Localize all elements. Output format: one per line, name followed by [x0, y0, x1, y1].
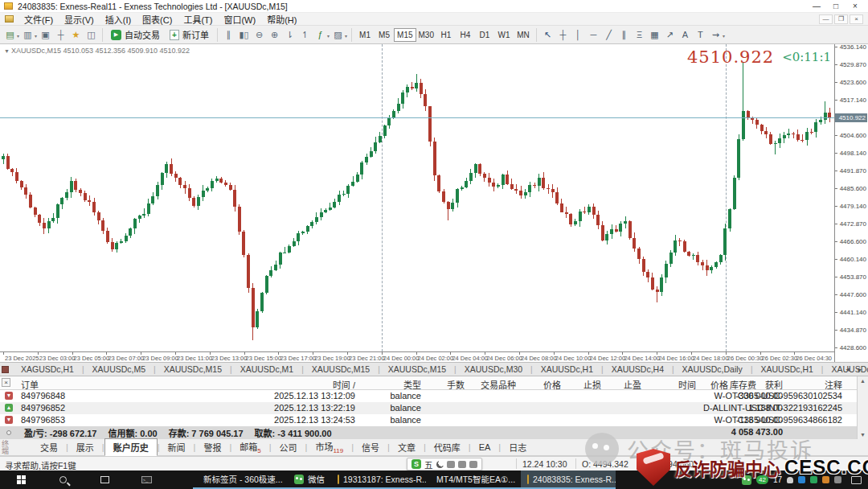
new-chart-icon[interactable]: ▤ [3, 28, 17, 42]
minimize-button[interactable]: — [807, 0, 826, 12]
menu-item[interactable]: 图表(C) [137, 13, 178, 26]
menu-item[interactable]: 窗口(W) [218, 13, 261, 26]
wechat-tray-icon[interactable] [742, 475, 751, 485]
chart-tab[interactable]: XAUUSDc,M5 [84, 364, 154, 376]
dropdown-caret-icon[interactable]: ▾ [345, 34, 347, 39]
favorites-icon[interactable]: ★ [69, 28, 83, 42]
timeframe-m5[interactable]: M5 [375, 28, 394, 42]
cursor-icon[interactable]: ↖ [541, 28, 555, 42]
maximize-button[interactable]: □ [826, 0, 845, 12]
chart-tab[interactable]: XAGUSDc,H1 [13, 364, 82, 376]
new-order-button[interactable]: + 新订单 [165, 27, 214, 43]
profiles-icon[interactable]: ▥ [21, 28, 35, 42]
label-tool-icon[interactable]: T [694, 27, 707, 41]
crosshair-move-icon[interactable]: ┼ [54, 27, 68, 41]
dropdown-caret-icon[interactable]: ▾ [723, 34, 725, 39]
terminal-tab-信号[interactable]: 信号 [354, 439, 387, 455]
taskbar-app-button[interactable]: 微信 [288, 471, 331, 489]
history-row[interactable]: ▼8497968532025.12.13 13:24:53balance-113… [0, 414, 857, 426]
close-button[interactable]: × [845, 0, 865, 12]
terminal-tab-市场[interactable]: 市场119 [307, 438, 351, 456]
notification-center-icon[interactable] [851, 476, 862, 484]
chart-tab[interactable]: XAUUSDc,M30 [457, 364, 530, 376]
menu-item[interactable]: 工具(T) [178, 13, 218, 26]
timeframe-w1[interactable]: W1 [494, 28, 514, 42]
tray-app-icon[interactable] [810, 476, 817, 483]
ime-mode-label[interactable]: 五 [424, 458, 433, 471]
timeframe-m30[interactable]: M30 [416, 28, 436, 42]
horizontal-line-icon[interactable]: ─ [587, 27, 600, 41]
ime-keyboard-icon[interactable] [447, 461, 455, 468]
chart-tab[interactable]: XAUUSDc,M15 [380, 364, 454, 376]
timeframe-m15[interactable]: M15 [394, 28, 416, 42]
history-row[interactable]: ▼8497968482025.12.13 13:12:09balance-300… [0, 390, 857, 402]
candlestick-plot[interactable]: ▼ XAUUSDc,M15 4510.053 4512.356 4509.910… [0, 44, 834, 351]
timeframe-h4[interactable]: H4 [456, 28, 475, 42]
column-header[interactable]: 库存费 [730, 378, 756, 391]
terminal-tab-EA[interactable]: EA [471, 441, 499, 454]
templates-icon[interactable]: ▨ [331, 28, 345, 42]
menu-item[interactable]: 显示(V) [59, 13, 100, 26]
taskbar-app-button[interactable]: 新标签页 - 360极速... [193, 471, 288, 489]
terminal-close-icon[interactable]: × [2, 378, 10, 387]
terminal-tab-公司[interactable]: 公司 [272, 439, 305, 455]
vertical-line-icon[interactable]: │ [571, 27, 585, 41]
terminal-tab-文章[interactable]: 文章 [390, 439, 424, 455]
dropdown-caret-icon[interactable]: ▾ [35, 34, 37, 39]
ime-user-icon[interactable] [458, 461, 466, 468]
menu-item[interactable]: 插入(I) [100, 13, 137, 26]
task-view-button[interactable] [84, 471, 125, 489]
chart-tab[interactable]: XAUUSDc,H1 [752, 364, 821, 376]
child-close-button[interactable]: × [850, 14, 863, 24]
dropdown-caret-icon[interactable]: ▾ [17, 34, 19, 39]
ime-logo-icon[interactable]: S [411, 459, 421, 469]
price-axis[interactable]: 4536.1404529.8704523.6004517.1404504.600… [834, 44, 868, 362]
timeframe-d1[interactable]: D1 [475, 28, 494, 42]
chart-tab[interactable]: XAUUSDc,H1 [533, 364, 601, 376]
chart-area[interactable]: ▼ XAUUSDc,M15 4510.053 4512.356 4509.910… [0, 44, 868, 362]
timeframe-h1[interactable]: H1 [436, 28, 456, 42]
chart-tab[interactable]: XAUUSDc,Daily [674, 364, 751, 376]
menu-item[interactable]: 帮助(H) [261, 13, 302, 26]
chart-tab[interactable]: XAUUSDc,M15 [304, 364, 378, 376]
auto-scroll-icon[interactable]: ⇂ [283, 28, 297, 42]
column-header[interactable]: 止损 [583, 378, 601, 391]
zoom-in-icon[interactable]: ⊕ [268, 28, 281, 42]
chart-tab[interactable]: XAUUSDc,M15 [156, 364, 230, 376]
terminal-tab-警报[interactable]: 警报 [195, 439, 229, 455]
cursor-options-icon[interactable]: ⇝ [709, 28, 723, 42]
history-row[interactable]: ▲8497968522025.12.13 13:22:19balance1 18… [0, 402, 857, 414]
column-header[interactable]: 价格 [710, 378, 728, 391]
terminal-scrollbar[interactable]: ▲▼ [857, 376, 868, 439]
column-header[interactable]: 时间 [678, 378, 696, 391]
child-restore-button[interactable]: ❐ [834, 14, 848, 24]
terminal-tab-代码库[interactable]: 代码库 [426, 439, 469, 455]
column-header[interactable]: 止盈 [624, 378, 641, 391]
taskbar-app-button[interactable]: 24083835: Exness-R... [521, 471, 616, 489]
time-axis[interactable]: 23 Dec 202523 Dec 03:0023 Dec 05:0023 De… [0, 351, 834, 362]
pinned-app-button[interactable]: >_ [125, 471, 167, 489]
ime-moon-icon[interactable] [436, 461, 444, 468]
trendline-icon[interactable]: ╱ [602, 28, 616, 42]
tile-windows-icon[interactable]: ◫ [84, 28, 98, 42]
taskbar-app-button[interactable]: MT4/MT5智能EA①... [426, 471, 521, 489]
column-header[interactable]: 价格 [543, 378, 561, 391]
tray-app-icon[interactable] [798, 476, 805, 483]
column-header[interactable]: 时间 / [333, 378, 355, 391]
crosshair-tool-icon[interactable]: ┼ [556, 27, 570, 41]
child-minimize-button[interactable]: — [819, 14, 833, 24]
timeframe-m1[interactable]: M1 [355, 28, 375, 42]
terminal-tab-交易[interactable]: 交易 [32, 439, 66, 455]
start-button[interactable] [0, 471, 42, 489]
column-header[interactable]: 订单 [21, 378, 39, 391]
candle-chart-icon[interactable]: ▮▯ [237, 28, 251, 42]
zoom-out-icon[interactable]: ⊖ [252, 28, 266, 42]
terminal-tab-账户历史[interactable]: 账户历史 [104, 438, 158, 456]
arrows-tool-icon[interactable]: ↗ [663, 28, 677, 42]
column-header[interactable]: 注释 [825, 378, 842, 391]
terminal-tab-新闻[interactable]: 新闻 [160, 439, 194, 455]
timeframe-mn[interactable]: MN [514, 28, 533, 42]
terminal-tab-邮箱[interactable]: 邮箱5 [231, 438, 268, 456]
taskbar-app-button[interactable]: 19313187: Exness-R... [331, 471, 426, 489]
column-header[interactable]: 类型 [403, 378, 421, 391]
